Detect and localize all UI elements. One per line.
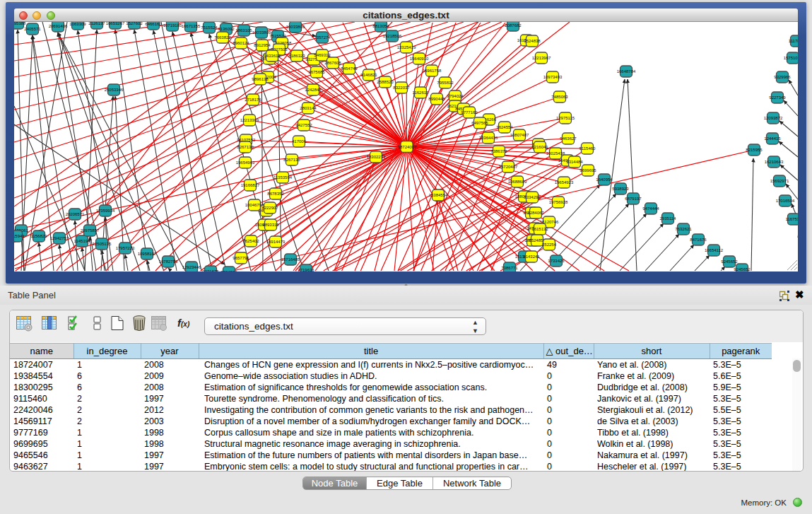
svg-text:2935114: 2935114 — [660, 216, 677, 221]
svg-text:1615132: 1615132 — [531, 227, 548, 231]
svg-text:1145194: 1145194 — [74, 239, 91, 243]
svg-text:9463627: 9463627 — [560, 136, 577, 141]
svg-text:8267130: 8267130 — [237, 145, 254, 149]
svg-text:19654963: 19654963 — [236, 160, 255, 165]
svg-text:2087682: 2087682 — [505, 23, 522, 28]
svg-text:10653267: 10653267 — [106, 22, 125, 25]
svg-text:20975857: 20975857 — [81, 228, 100, 233]
svg-text:9699695: 9699695 — [579, 168, 596, 173]
svg-text:7719636: 7719636 — [298, 268, 314, 271]
svg-text:17016504: 17016504 — [776, 199, 795, 203]
svg-text:3242848: 3242848 — [305, 88, 322, 92]
svg-text:8912954: 8912954 — [254, 43, 271, 47]
svg-text:10654112: 10654112 — [705, 248, 724, 252]
svg-text:10807487: 10807487 — [510, 133, 529, 137]
svg-text:12213967: 12213967 — [532, 56, 551, 60]
svg-text:18302273: 18302273 — [367, 155, 386, 159]
svg-text:8334299: 8334299 — [524, 195, 541, 199]
svg-text:1244415: 1244415 — [764, 136, 781, 141]
svg-text:6216041: 6216041 — [531, 145, 548, 149]
svg-text:10025438: 10025438 — [546, 151, 565, 156]
svg-text:1063309: 1063309 — [69, 22, 86, 26]
svg-text:12923446: 12923446 — [182, 265, 201, 269]
svg-text:9143241: 9143241 — [523, 255, 540, 259]
svg-text:9524838: 9524838 — [524, 39, 541, 43]
svg-text:9427552: 9427552 — [295, 123, 312, 127]
svg-text:8813054: 8813054 — [372, 24, 389, 28]
svg-text:10973493: 10973493 — [543, 75, 563, 79]
svg-text:8990448: 8990448 — [428, 97, 445, 101]
svg-text:8960124: 8960124 — [233, 41, 249, 45]
svg-text:252254: 252254 — [542, 243, 557, 247]
svg-text:15692971: 15692971 — [770, 179, 789, 183]
svg-text:9245652: 9245652 — [721, 259, 738, 264]
svg-text:15384554: 15384554 — [429, 193, 448, 197]
svg-text:12213369: 12213369 — [240, 118, 259, 122]
svg-text:8454749: 8454749 — [341, 66, 358, 71]
svg-text:8267130: 8267130 — [283, 158, 300, 162]
svg-text:12975115: 12975115 — [556, 116, 575, 120]
svg-text:16671355: 16671355 — [182, 24, 201, 28]
svg-text:9314484: 9314484 — [566, 160, 583, 164]
svg-text:9329966: 9329966 — [774, 75, 791, 79]
svg-text:13325419: 13325419 — [397, 45, 416, 49]
svg-text:6879197: 6879197 — [625, 197, 642, 201]
svg-text:1117843: 1117843 — [789, 39, 798, 43]
svg-text:10688609: 10688609 — [508, 180, 527, 184]
svg-text:9136092: 9136092 — [218, 27, 235, 31]
svg-text:6497565: 6497565 — [471, 121, 488, 125]
svg-text:8471676: 8471676 — [690, 238, 707, 242]
svg-text:19654923: 19654923 — [555, 180, 574, 185]
svg-text:7955812: 7955812 — [437, 81, 454, 85]
svg-text:9245652: 9245652 — [734, 267, 751, 271]
svg-text:2718176: 2718176 — [245, 98, 261, 102]
svg-text:3624554: 3624554 — [496, 125, 513, 129]
svg-text:9227349: 9227349 — [769, 95, 786, 100]
svg-text:8186323: 8186323 — [288, 54, 305, 58]
svg-text:15716485: 15716485 — [281, 257, 300, 262]
svg-text:7663822: 7663822 — [214, 35, 231, 40]
svg-text:3915941: 3915941 — [14, 234, 25, 238]
svg-text:9657791: 9657791 — [233, 256, 249, 260]
svg-text:16961758: 16961758 — [423, 69, 442, 73]
svg-text:8222907: 8222907 — [261, 206, 278, 210]
svg-text:9896138: 9896138 — [252, 77, 269, 81]
svg-text:9794024: 9794024 — [447, 94, 464, 98]
svg-text:9146821: 9146821 — [360, 73, 377, 77]
svg-text:9777169: 9777169 — [461, 110, 478, 115]
svg-text:2405571: 2405571 — [24, 27, 41, 31]
svg-text:9031675: 9031675 — [202, 269, 219, 271]
svg-text:5938923: 5938923 — [612, 187, 629, 191]
svg-text:12093872: 12093872 — [764, 116, 783, 120]
svg-text:20364436: 20364436 — [479, 136, 498, 140]
svg-text:7632621: 7632621 — [675, 227, 692, 231]
svg-text:4893319: 4893319 — [262, 223, 279, 227]
svg-text:10719185: 10719185 — [163, 23, 182, 28]
svg-text:1167533: 1167533 — [786, 217, 798, 221]
svg-text:11353594: 11353594 — [273, 175, 293, 180]
svg-text:1640954: 1640954 — [596, 177, 613, 182]
svg-text:1733426: 1733426 — [548, 259, 565, 263]
svg-text:8215955: 8215955 — [746, 148, 763, 152]
svg-text:15751074: 15751074 — [784, 56, 798, 60]
svg-text:10958107: 10958107 — [138, 252, 157, 256]
svg-text:12505135: 12505135 — [93, 242, 112, 246]
svg-text:7625402: 7625402 — [242, 239, 259, 243]
svg-text:1162615: 1162615 — [413, 90, 430, 95]
svg-text:1195388: 1195388 — [14, 22, 26, 25]
svg-text:17359934: 17359934 — [96, 209, 115, 213]
svg-text:18724007: 18724007 — [398, 145, 417, 149]
svg-text:7515524: 7515524 — [201, 25, 218, 30]
svg-text:1863105: 1863105 — [235, 28, 252, 33]
svg-text:17957223: 17957223 — [116, 246, 135, 250]
svg-text:417006: 417006 — [292, 139, 307, 144]
svg-text:8924506: 8924506 — [220, 270, 237, 271]
svg-text:5469313: 5469313 — [314, 53, 331, 57]
svg-text:7086771: 7086771 — [501, 266, 518, 270]
svg-text:16914479: 16914479 — [266, 240, 286, 244]
svg-text:1527602: 1527602 — [126, 22, 143, 25]
svg-text:9115460: 9115460 — [579, 146, 596, 151]
svg-text:19218506: 19218506 — [383, 34, 402, 38]
svg-text:6466160: 6466160 — [145, 22, 162, 26]
svg-text:16648784: 16648784 — [617, 69, 636, 74]
